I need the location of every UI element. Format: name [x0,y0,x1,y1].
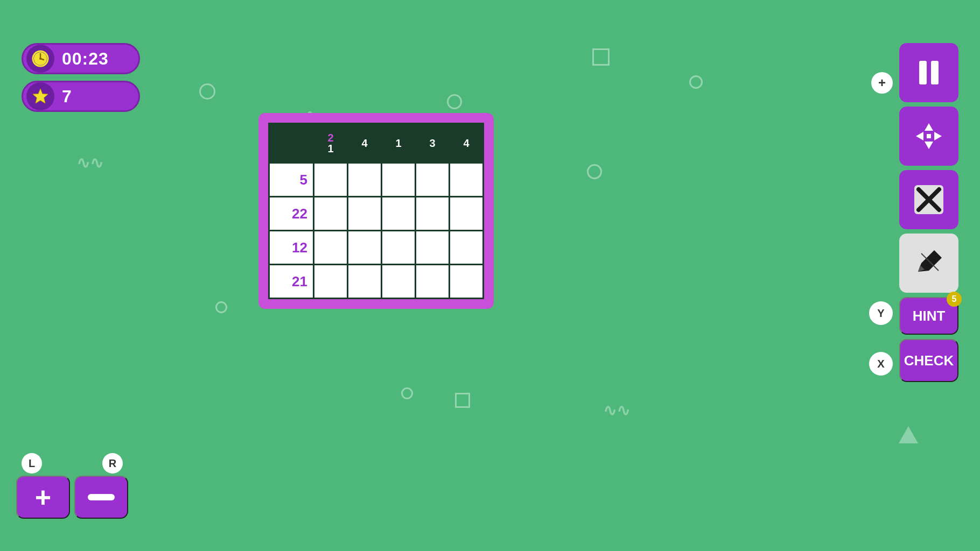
remove-button[interactable] [74,476,128,519]
col-header-1: 4 [348,124,381,162]
x-mark-icon [910,181,948,218]
puzzle-grid[interactable]: 2 1 4 1 3 4 5 22 [268,123,484,299]
add-button[interactable]: + [16,476,70,519]
cell-1-0[interactable] [314,197,347,230]
navigate-button[interactable] [899,107,958,166]
cell-3-3[interactable] [416,265,449,298]
add-icon: + [35,483,51,511]
l-button[interactable]: L [22,453,42,474]
r-button[interactable]: R [102,453,123,474]
y-button[interactable]: Y [869,301,893,325]
svg-marker-9 [934,132,942,140]
row-label-2: 12 [270,231,313,264]
right-controls: HINT 5 CHECK [899,43,958,382]
cell-0-2[interactable] [382,164,415,196]
cell-0-1[interactable] [348,164,381,196]
timer-value: 00:23 [62,49,109,69]
svg-marker-5 [33,89,48,103]
l-label: L [29,457,35,470]
hint-badge: 5 [947,292,962,307]
star-icon [26,82,54,110]
row-label-1: 22 [270,197,313,230]
row-label-0: 5 [270,164,313,196]
cell-2-4[interactable] [450,231,482,264]
cell-0-0[interactable] [314,164,347,196]
svg-rect-10 [927,134,931,138]
cell-2-3[interactable] [416,231,449,264]
y-label: Y [877,307,884,320]
cell-2-0[interactable] [314,231,347,264]
zoom-in-button[interactable]: + [871,72,893,94]
cell-2-1[interactable] [348,231,381,264]
corner-cell [270,124,313,162]
svg-marker-6 [925,123,933,131]
col-header-4: 4 [450,124,482,162]
puzzle-container: 2 1 4 1 3 4 5 22 [258,113,494,309]
x-label: X [877,358,884,370]
x-button[interactable]: X [869,352,893,376]
timer-display: 00:23 [22,43,140,74]
svg-point-4 [39,58,41,60]
col-header-2: 1 [382,124,415,162]
col-header-3: 3 [416,124,449,162]
cell-1-3[interactable] [416,197,449,230]
row-label-3: 21 [270,265,313,298]
pencil-button[interactable] [899,234,958,293]
cell-3-2[interactable] [382,265,415,298]
col-header-bot-0: 1 [327,143,333,154]
cell-1-4[interactable] [450,197,482,230]
bottom-left-controls: L R + [16,453,128,519]
svg-marker-7 [925,142,933,149]
col-header-top-0: 2 [327,132,333,143]
erase-button[interactable] [899,170,958,229]
cell-0-3[interactable] [416,164,449,196]
r-label: R [109,457,116,470]
pause-button[interactable] [899,43,958,102]
pause-icon [919,61,939,84]
cell-1-2[interactable] [382,197,415,230]
svg-marker-8 [916,132,923,140]
check-button[interactable]: CHECK [899,339,958,382]
plus-icon: + [878,75,886,90]
minus-icon [88,494,115,500]
arrows-icon [912,119,946,153]
score-display: 7 [22,81,140,112]
hint-label: HINT [913,308,946,324]
cell-3-1[interactable] [348,265,381,298]
bottom-buttons: + [16,476,128,519]
cell-3-0[interactable] [314,265,347,298]
cell-0-4[interactable] [450,164,482,196]
col-header-bot-4: 4 [463,138,469,149]
cell-1-1[interactable] [348,197,381,230]
hud-top-left: 00:23 7 [22,43,140,112]
col-header-bot-1: 4 [361,138,367,149]
pencil-icon [914,248,944,278]
check-label: CHECK [904,352,954,369]
col-header-bot-2: 1 [395,138,401,149]
cell-2-2[interactable] [382,231,415,264]
clock-icon [26,45,54,73]
score-value: 7 [62,87,72,107]
col-header-0: 2 1 [314,124,347,162]
lr-labels: L R [16,453,128,474]
cell-3-4[interactable] [450,265,482,298]
col-header-bot-3: 3 [429,138,435,149]
